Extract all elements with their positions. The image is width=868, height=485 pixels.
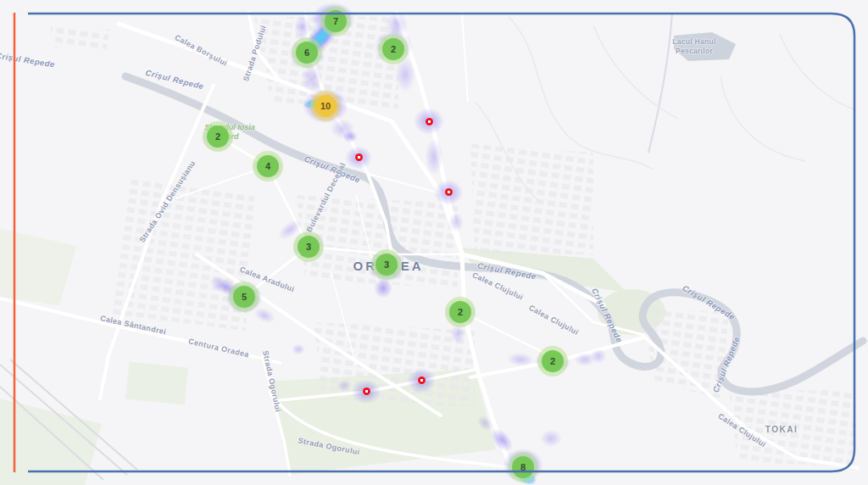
cluster-count: 2 [207, 125, 229, 148]
cluster-marker[interactable]: 3 [371, 249, 402, 280]
cluster-marker[interactable]: 4 [253, 151, 283, 181]
cluster-marker[interactable]: 3 [293, 231, 324, 262]
cluster-marker[interactable]: 2 [445, 297, 476, 327]
cluster-marker[interactable]: 2 [537, 346, 568, 376]
map-canvas[interactable]: Crișul RepedeCrișul RepedeCalea Borșului… [0, 0, 868, 485]
cluster-count: 7 [325, 10, 347, 32]
cluster-count: 3 [298, 236, 320, 258]
cluster-layer: 7621024335228 [0, 0, 868, 485]
cluster-marker[interactable]: 2 [203, 121, 233, 152]
cluster-count: 2 [542, 350, 564, 372]
cluster-count: 8 [512, 456, 534, 478]
cluster-count: 2 [382, 38, 404, 60]
cluster-count: 3 [376, 254, 398, 276]
cluster-count: 10 [314, 95, 337, 117]
cluster-marker[interactable]: 5 [229, 282, 259, 312]
cluster-count: 2 [449, 301, 471, 323]
cluster-count: 5 [233, 286, 255, 308]
cluster-marker[interactable]: 2 [378, 34, 409, 64]
cluster-marker[interactable]: 6 [292, 37, 322, 68]
cluster-count: 6 [296, 42, 318, 64]
cluster-marker[interactable]: 10 [310, 91, 341, 121]
cluster-marker[interactable]: 7 [320, 6, 351, 36]
cluster-marker[interactable]: 8 [508, 452, 538, 482]
cluster-count: 4 [257, 155, 279, 177]
